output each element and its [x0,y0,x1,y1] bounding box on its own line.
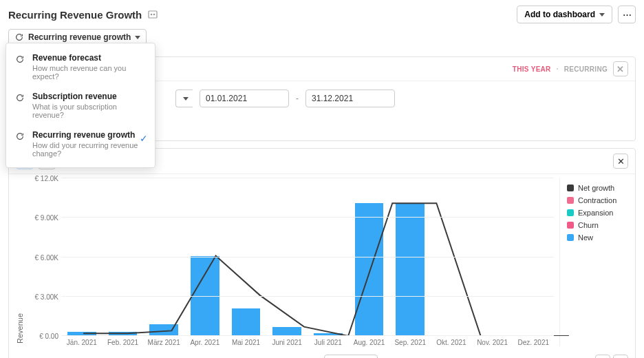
bar[interactable] [232,308,261,336]
legend-swatch [567,209,574,216]
bar-column [103,178,144,336]
legend-swatch [567,185,574,191]
legend-swatch [567,197,574,204]
date-to-value: 31.12.2021 [312,94,353,103]
chevron-down-icon [135,36,140,39]
gridline [61,296,554,297]
bar-column [143,178,184,336]
gridline [61,257,554,257]
y-tick-label: € 12.0K [27,175,58,182]
pager-next-button[interactable]: › [613,355,628,358]
bar-column [61,178,103,336]
chart-legend: Net growthContractionExpansionChurnNew [559,178,635,346]
refresh-icon [14,32,24,42]
bar-column [226,178,267,336]
metric-option-desc: How did your recurring revenue change? [32,141,147,158]
chevron-down-icon [599,13,605,17]
bar-column [389,178,431,336]
date-from-input[interactable]: 01.01.2021 [200,90,289,107]
legend-item[interactable]: Expansion [567,209,628,217]
legend-item[interactable]: New [567,233,628,242]
metric-option-desc: How much revenue can you expect? [32,64,147,81]
legend-label: New [578,233,593,242]
x-tick-label: Jän. 2021 [61,339,103,346]
metric-option-label: Revenue forecast [32,53,147,63]
legend-swatch [567,222,574,229]
metric-option-desc: What is your subscription revenue? [32,103,147,119]
chevron-down-icon [183,97,189,101]
x-tick-label: März 2021 [143,339,184,346]
bar-column [349,178,390,336]
svg-point-2 [153,14,155,16]
refresh-icon [14,54,25,64]
date-to-input[interactable]: 31.12.2021 [305,90,395,107]
svg-rect-0 [149,11,157,18]
filter-chip-this-year[interactable]: THIS YEAR [513,65,551,73]
dot-separator: · [557,65,559,73]
bar-column [513,178,554,336]
legend-label: Churn [578,221,599,229]
y-tick-label: € 0.00 [27,333,58,340]
x-tick-label: Apr. 2021 [184,339,226,346]
refresh-icon [14,131,25,141]
x-tick-label: Juni 2021 [266,339,308,346]
chart-panel: ✕ Revenue € 0.00€ 3.00K€ 6.00K€ 9.00K€ 1… [8,148,636,358]
legend-label: Contraction [578,196,616,204]
gridline [61,217,554,218]
x-tick-label: Okt. 2021 [431,339,472,346]
metric-select-label: Recurring revenue growth [28,32,131,42]
date-from-value: 01.01.2021 [206,94,247,103]
filter-close-button[interactable]: ✕ [613,61,628,76]
metric-option-subscription-revenue[interactable]: Subscription revenue What is your subscr… [6,86,155,125]
legend-item[interactable]: Net growth [567,184,628,192]
chart-plot-area: € 0.00€ 3.00K€ 6.00K€ 9.00K€ 12.0K [27,178,557,336]
x-tick-label: Aug. 2021 [349,339,390,346]
pager-prev-button[interactable]: ‹ [595,355,610,358]
bar-column [431,178,472,336]
x-tick-label: Sep. 2021 [389,339,431,346]
legend-label: Net growth [578,184,614,192]
x-tick-label: Feb. 2021 [103,339,144,346]
interval-select[interactable]: Monthly [324,355,378,358]
x-tick-label: Dez. 2021 [513,339,554,346]
gridline [61,178,554,178]
y-axis-label: Revenue [13,178,27,346]
date-separator: - [296,94,299,103]
bar[interactable] [272,327,301,336]
chart-close-button[interactable]: ✕ [613,154,628,169]
check-icon: ✓ [140,133,148,144]
filter-chip-recurring[interactable]: RECURRING [564,65,608,73]
period-select[interactable] [175,90,193,107]
y-tick-label: € 6.00K [27,253,58,261]
more-icon: ⋯ [623,10,632,20]
metric-option-label: Recurring revenue growth [32,130,147,140]
more-button[interactable]: ⋯ [618,6,636,23]
refresh-icon [14,93,25,103]
share-icon [147,9,158,20]
add-to-dashboard-label: Add to dashboard [524,10,595,19]
metric-option-revenue-forecast[interactable]: Revenue forecast How much revenue can yo… [6,48,155,86]
y-tick-label: € 9.00K [27,214,58,222]
add-to-dashboard-button[interactable]: Add to dashboard [517,6,612,23]
metric-option-label: Subscription revenue [32,92,147,101]
x-tick-label: Juli 2021 [308,339,349,346]
legend-swatch [567,234,574,241]
bar[interactable] [355,203,384,336]
bar-column [308,178,349,336]
bar-column [184,178,226,336]
legend-item[interactable]: Contraction [567,196,628,204]
legend-label: Expansion [578,209,613,217]
legend-item[interactable]: Churn [567,221,628,229]
page-title: Recurring Revenue Growth [8,9,142,21]
gridline [61,335,554,336]
x-tick-label: Mai 2021 [226,339,267,346]
bar-column [266,178,308,336]
bar[interactable] [396,203,425,336]
x-tick-label: Nov. 2021 [472,339,513,346]
y-tick-label: € 3.00K [27,293,58,300]
bar[interactable] [149,324,178,336]
metric-dropdown: Revenue forecast How much revenue can yo… [6,43,155,168]
svg-point-1 [151,14,153,16]
bar-column [472,178,513,336]
metric-option-recurring-revenue-growth[interactable]: Recurring revenue growth How did your re… [6,125,155,163]
